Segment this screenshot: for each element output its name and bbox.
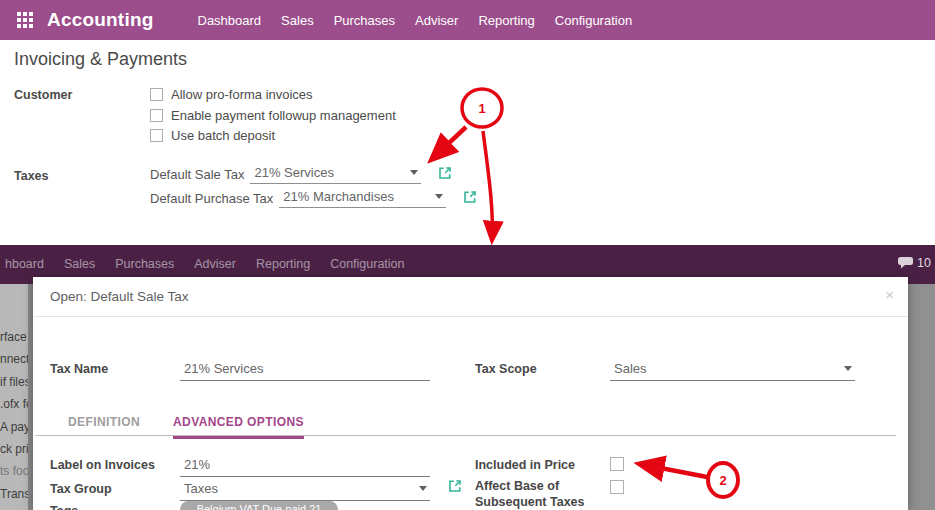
chevron-down-icon[interactable] (844, 366, 852, 371)
external-link-icon[interactable] (448, 479, 462, 497)
included-in-price-label: Included in Price (475, 458, 575, 472)
tax-group-select[interactable]: Taxes (180, 479, 430, 499)
tags-label: Tags (50, 504, 78, 510)
annotation-step-1: 1 (478, 101, 485, 116)
batch-deposit-label: Use batch deposit (171, 128, 275, 143)
nav-purchases[interactable]: Purchases (334, 13, 395, 28)
nav-configuration[interactable]: Configuration (330, 257, 404, 271)
nav-adviser[interactable]: Adviser (415, 13, 458, 28)
label-on-invoices-label: Label on Invoices (50, 458, 155, 472)
dialog-header: Open: Default Sale Tax × (33, 277, 908, 317)
nav-dashboard-clipped[interactable]: hboard (5, 257, 44, 271)
tax-dialog: Open: Default Sale Tax × Tax Name 21% Se… (33, 277, 908, 510)
apps-grid-icon[interactable] (17, 12, 33, 28)
close-icon[interactable]: × (885, 286, 894, 303)
allow-proforma-label: Allow pro-forma invoices (171, 87, 313, 102)
page-title: Invoicing & Payments (14, 49, 187, 70)
external-link-icon[interactable] (463, 190, 477, 207)
batch-deposit-checkbox[interactable] (150, 129, 163, 142)
allow-proforma-checkbox[interactable] (150, 88, 163, 101)
customer-section-label: Customer (14, 88, 72, 102)
annotation-arrow-to-external-link (432, 127, 466, 159)
affect-base-label-line1: Affect Base of (475, 479, 559, 493)
nav-purchases[interactable]: Purchases (115, 257, 174, 271)
default-purchase-tax-row: Default Purchase Tax 21% Marchandises (150, 189, 477, 208)
main-nav: Dashboard Sales Purchases Adviser Report… (198, 13, 633, 28)
default-sale-tax-select[interactable]: 21% Services (250, 165, 421, 184)
nav-dashboard[interactable]: Dashboard (198, 13, 262, 28)
dialog-title: Open: Default Sale Tax (50, 289, 189, 304)
default-purchase-tax-select[interactable]: 21% Marchandises (279, 189, 446, 208)
nav-sales[interactable]: Sales (64, 257, 95, 271)
nav-adviser[interactable]: Adviser (194, 257, 236, 271)
background-text-fragments: rface - nnecto if files .ofx fo A paym c… (0, 284, 28, 510)
annotation-circle-1 (462, 89, 502, 127)
app-header: Accounting Dashboard Sales Purchases Adv… (0, 0, 935, 40)
dimmed-main-nav: hboard Sales Purchases Adviser Reporting… (5, 257, 405, 271)
tax-name-input[interactable]: 21% Services (180, 359, 430, 379)
annotation-arrow-to-dialog (483, 131, 492, 240)
nav-configuration[interactable]: Configuration (555, 13, 632, 28)
messages-indicator[interactable]: 10 (898, 256, 931, 270)
external-link-icon[interactable] (438, 166, 452, 183)
dimmed-background-screenshot: hboard Sales Purchases Adviser Reporting… (0, 245, 935, 510)
checkbox-row: Use batch deposit (150, 128, 275, 143)
tax-scope-select[interactable]: Sales (610, 359, 855, 379)
taxes-section-label: Taxes (14, 169, 49, 183)
affect-base-checkbox[interactable] (610, 480, 624, 494)
nav-reporting[interactable]: Reporting (256, 257, 310, 271)
payment-followup-checkbox[interactable] (150, 109, 163, 122)
checkbox-row: Enable payment followup management (150, 108, 396, 123)
affect-base-label-line2: Subsequent Taxes (475, 495, 585, 509)
screenshot-root: Accounting Dashboard Sales Purchases Adv… (0, 0, 935, 510)
chevron-down-icon[interactable] (410, 170, 418, 175)
nav-reporting[interactable]: Reporting (478, 13, 534, 28)
chevron-down-icon[interactable] (435, 194, 443, 199)
app-title: Accounting (47, 9, 154, 31)
tax-scope-label: Tax Scope (475, 362, 537, 376)
default-purchase-tax-label: Default Purchase Tax (150, 191, 273, 206)
messages-count: 10 (917, 256, 931, 270)
included-in-price-checkbox[interactable] (610, 457, 624, 471)
default-sale-tax-label: Default Sale Tax (150, 167, 244, 182)
tax-group-label: Tax Group (50, 482, 112, 496)
chevron-down-icon[interactable] (419, 486, 427, 491)
tabs-divider (35, 435, 896, 436)
chat-bubble-icon (898, 257, 913, 269)
payment-followup-label: Enable payment followup management (171, 108, 396, 123)
default-sale-tax-row: Default Sale Tax 21% Services (150, 165, 452, 184)
tax-name-label: Tax Name (50, 362, 108, 376)
label-on-invoices-input[interactable]: 21% (180, 455, 430, 475)
nav-sales[interactable]: Sales (281, 13, 314, 28)
checkbox-row: Allow pro-forma invoices (150, 87, 313, 102)
tax-tag-pill[interactable]: Belgium VAT Due paid 21 (180, 501, 338, 510)
